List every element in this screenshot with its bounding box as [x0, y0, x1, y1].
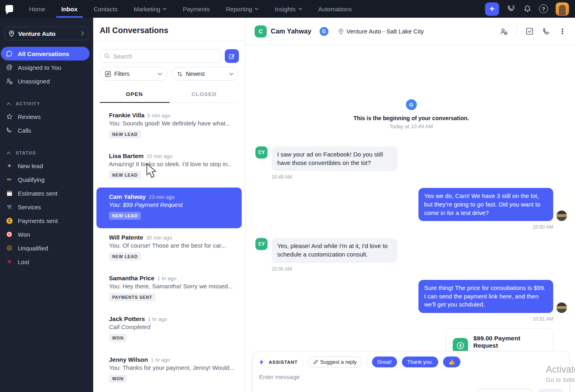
- suggest-reply-button[interactable]: Suggest a reply: [308, 357, 362, 367]
- google-badge-icon: G: [406, 99, 417, 110]
- notifications-bell-icon[interactable]: [523, 5, 531, 13]
- nav-item-insights[interactable]: Insights: [275, 0, 302, 18]
- message-timestamp: 10:50 AM: [272, 266, 567, 272]
- sidebar-item-label: Reviews: [18, 113, 41, 120]
- quick-reply-thumbs-up[interactable]: 👍: [443, 357, 460, 367]
- close-conversation-icon[interactable]: [525, 27, 534, 35]
- conversation-list-item-selected[interactable]: Cam Yahway23 min ago You: $99 Payment Re…: [96, 188, 242, 228]
- sad-face-icon: ☹: [6, 245, 13, 251]
- sidebar-item-assigned-to-you[interactable]: @ Assigned to You: [0, 60, 93, 74]
- composer-toolbar: $ Send and close: [259, 389, 563, 392]
- sidebar-item-label: Won: [18, 231, 30, 238]
- tab-open[interactable]: OPEN: [100, 87, 169, 103]
- nav-item-automations[interactable]: Automations: [318, 0, 352, 18]
- sidebar-item-label: Qualifying: [18, 176, 45, 183]
- send-button[interactable]: [538, 389, 563, 392]
- send-and-close-button[interactable]: Send and close: [477, 389, 532, 392]
- sidebar-item-new-lead[interactable]: ✦ New lead: [0, 159, 93, 173]
- sidebar-item-services[interactable]: ⚒ Services: [0, 200, 93, 214]
- filters-dropdown[interactable]: Filters: [100, 67, 167, 81]
- podium-logo-icon[interactable]: [0, 4, 19, 14]
- pencil-icon: ✏: [6, 177, 13, 182]
- sidebar-item-payments-sent[interactable]: $ Payments sent: [0, 214, 93, 227]
- location-pin-icon: [8, 30, 15, 37]
- location-selector[interactable]: Venture Auto: [4, 27, 88, 40]
- nav-item-inbox[interactable]: Inbox: [61, 0, 77, 18]
- contact-name: Cam Yahway: [271, 27, 312, 35]
- nav-item-contacts[interactable]: Contacts: [94, 0, 117, 18]
- phone-icon: [6, 127, 13, 133]
- message-preview: Amazing! It looks so sleek. I'd love to …: [109, 161, 236, 167]
- filters-label: Filters: [114, 71, 155, 77]
- quick-reply-great[interactable]: Great!: [372, 357, 397, 367]
- search-input[interactable]: [113, 53, 217, 60]
- user-avatar[interactable]: [556, 2, 569, 16]
- nav-item-home[interactable]: Home: [29, 0, 45, 18]
- status-badge: NEW LEAD: [109, 171, 141, 179]
- call-icon[interactable]: [542, 27, 550, 35]
- conversation-list-item[interactable]: Will Patente30 min ago You: Of course! T…: [96, 228, 242, 269]
- page-title: All Conversations: [100, 26, 239, 35]
- conversation-list-item[interactable]: Frankie Villa5 min ago You: Sounds good!…: [96, 106, 242, 147]
- nav-item-reporting[interactable]: Reporting: [226, 0, 259, 18]
- sidebar-item-label: Unqualified: [18, 245, 48, 252]
- sidebar: Venture Auto All Conversations @ Assigne…: [0, 18, 93, 392]
- open-closed-tabs: OPEN CLOSED: [100, 87, 239, 103]
- section-title: ACTIVITY: [16, 101, 40, 106]
- contact-name: Samantha Price: [109, 275, 155, 281]
- sidebar-item-estimates-sent[interactable]: Estimates sent: [0, 186, 93, 200]
- quick-reply-thank-you[interactable]: Thank you.: [402, 357, 438, 367]
- message-preview: You: Of course! Those are the best for c…: [109, 242, 236, 249]
- sidebar-item-unqualified[interactable]: ☹ Unqualified: [0, 241, 93, 255]
- svg-text:$: $: [459, 344, 462, 348]
- help-icon[interactable]: ?: [539, 4, 548, 13]
- compose-icon: [228, 53, 235, 60]
- timestamp: 1 hr ago: [157, 275, 177, 281]
- message-preview: You: Hey there, Samantha! Sorry we misse…: [109, 283, 236, 290]
- nav-item-label: Insights: [275, 6, 296, 13]
- message-timestamp: 10:51 AM: [255, 316, 553, 322]
- message-row-inbound: CY Yes, please! And while I'm at it, I'd…: [255, 238, 567, 263]
- location-tag: Venture Auto - Salt Lake City: [338, 28, 424, 35]
- sidebar-item-unassigned[interactable]: Unassigned: [0, 74, 93, 88]
- conversation-list-item[interactable]: Lisa Bartem10 min ago Amazing! It looks …: [96, 147, 242, 188]
- sidebar-item-calls[interactable]: Calls: [0, 123, 93, 137]
- nav-item-label: Home: [29, 6, 45, 13]
- timestamp: 1 hr ago: [151, 357, 170, 363]
- activity-section-header[interactable]: ACTIVITY: [0, 98, 93, 110]
- conversation-list-item[interactable]: Jenny Wilson1 hr ago You: Thanks for you…: [96, 350, 242, 391]
- message-input[interactable]: [259, 373, 472, 380]
- app-root: Home Inbox Contacts Marketing Payments R…: [0, 0, 575, 392]
- sort-dropdown[interactable]: Newest: [171, 67, 239, 81]
- sidebar-item-won[interactable]: Won: [0, 227, 93, 241]
- sidebar-item-reviews[interactable]: Reviews: [0, 110, 93, 123]
- create-new-button[interactable]: +: [485, 2, 499, 16]
- nav-item-payments[interactable]: Payments: [183, 0, 210, 18]
- compose-button[interactable]: [225, 49, 239, 63]
- chat-message-area: G This is the beginning of your conversa…: [246, 45, 575, 392]
- divider: [303, 358, 303, 366]
- assistant-label: ASSISTANT: [269, 360, 298, 365]
- nav-item-label: Marketing: [134, 6, 160, 13]
- more-options-icon[interactable]: ⋮: [559, 28, 566, 35]
- assign-person-icon[interactable]: [500, 27, 508, 35]
- nav-item-marketing[interactable]: Marketing: [134, 0, 167, 18]
- chevron-up-icon: [6, 102, 11, 105]
- conversation-list-item[interactable]: Jack Potters1 hr ago Call Completed WON: [96, 310, 242, 350]
- message-row-inbound: CY I saw your ad on Facebook! Do you sti…: [255, 146, 567, 171]
- sidebar-item-qualifying[interactable]: ✏ Qualifying: [0, 173, 93, 186]
- contact-name: Jack Potters: [109, 315, 145, 322]
- message-timestamp: 10:50 AM: [255, 224, 553, 230]
- sidebar-item-all-conversations[interactable]: All Conversations: [1, 47, 90, 60]
- tab-closed[interactable]: CLOSED: [169, 87, 239, 103]
- status-section-header[interactable]: STATUS: [0, 147, 93, 159]
- chevron-down-icon: [158, 73, 162, 75]
- message-timestamp: 10:49 AM: [272, 174, 567, 180]
- sidebar-item-lost[interactable]: ✕ Lost: [0, 255, 93, 269]
- timestamp: 1 hr ago: [148, 316, 167, 322]
- conversation-list-item[interactable]: Samantha Price1 hr ago You: Hey there, S…: [96, 269, 242, 310]
- contact-name: Jenny Wilson: [109, 356, 148, 363]
- status-badge: NEW LEAD: [109, 252, 141, 261]
- calls-queue-icon[interactable]: [507, 5, 516, 13]
- sidebar-item-label: Unassigned: [18, 78, 50, 85]
